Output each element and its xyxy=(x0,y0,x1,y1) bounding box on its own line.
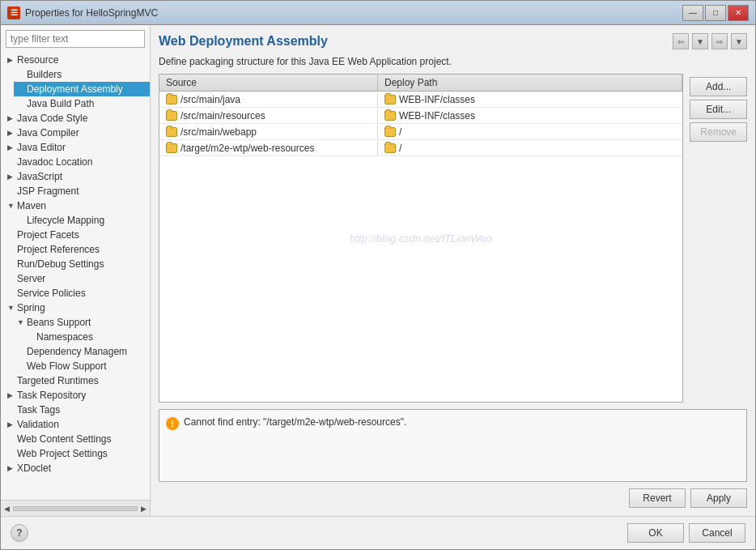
sidebar-item-web-content-settings[interactable]: Web Content Settings xyxy=(4,432,150,446)
sidebar-item-task-tags[interactable]: Task Tags xyxy=(4,403,150,417)
sidebar-item-deployment-assembly[interactable]: Deployment Assembly xyxy=(14,82,150,96)
source-text-3: /target/m2e-wtp/web-resources xyxy=(181,143,314,154)
sidebar-item-label-dependency-management: Dependency Managem xyxy=(27,346,127,357)
sidebar-item-server[interactable]: Server xyxy=(4,271,150,286)
sidebar-item-maven[interactable]: Maven xyxy=(4,198,150,213)
filter-input[interactable] xyxy=(6,30,145,48)
sidebar-item-label-namespaces: Namespaces xyxy=(36,331,93,343)
table-row[interactable]: /src/main/javaWEB-INF/classes xyxy=(159,92,682,108)
scroll-track[interactable] xyxy=(13,506,138,511)
tree-arrow-spring xyxy=(7,304,17,312)
sidebar-item-beans-support[interactable]: Beans Support xyxy=(14,315,150,330)
close-button[interactable]: ✕ xyxy=(728,5,749,21)
nav-back-button[interactable]: ⇦ xyxy=(673,33,689,49)
sidebar-item-web-project-settings[interactable]: Web Project Settings xyxy=(4,446,150,461)
cancel-button[interactable]: Cancel xyxy=(689,523,745,543)
sidebar-scrollbar[interactable]: ◀ ▶ xyxy=(1,500,150,516)
nav-forward-button[interactable]: ⇨ xyxy=(711,33,728,49)
minimize-button[interactable]: — xyxy=(682,5,703,21)
sidebar-item-lifecycle-mapping[interactable]: Lifecycle Mapping xyxy=(14,213,150,228)
sidebar-item-label-run-debug-settings: Run/Debug Settings xyxy=(17,258,104,270)
sidebar: Resource Builders Deployment Assembly Ja… xyxy=(1,25,151,516)
sidebar-item-web-flow-support[interactable]: Web Flow Support xyxy=(14,359,150,373)
sidebar-item-label-resource: Resource xyxy=(17,54,58,66)
sidebar-item-jsp-fragment[interactable]: JSP Fragment xyxy=(4,184,150,198)
revert-button[interactable]: Revert xyxy=(629,488,686,508)
table-body: /src/main/javaWEB-INF/classes/src/main/r… xyxy=(159,92,682,402)
table-row[interactable]: /src/main/resourcesWEB-INF/classes xyxy=(159,108,682,124)
add-button[interactable]: Add... xyxy=(690,77,747,96)
tree-arrow-maven xyxy=(7,202,17,210)
sidebar-item-label-maven: Maven xyxy=(17,200,46,211)
table-cell-source-0: /src/main/java xyxy=(159,92,378,107)
error-message: Cannot find entry: "/target/m2e-wtp/web-… xyxy=(184,416,406,428)
scroll-left-icon[interactable]: ◀ xyxy=(4,505,10,513)
bottom-left: ? xyxy=(11,524,28,542)
edit-button[interactable]: Edit... xyxy=(690,100,747,119)
sidebar-item-label-web-content-settings: Web Content Settings xyxy=(17,433,112,445)
sidebar-item-validation[interactable]: Validation xyxy=(4,417,150,432)
folder-icon xyxy=(384,127,396,137)
sidebar-item-xdoclet[interactable]: XDoclet xyxy=(4,461,150,475)
sidebar-item-javascript[interactable]: JavaScript xyxy=(4,169,150,184)
sidebar-item-project-facets[interactable]: Project Facets xyxy=(4,228,150,242)
sidebar-item-label-deployment-assembly: Deployment Assembly xyxy=(27,83,123,95)
sidebar-item-javadoc-location[interactable]: Javadoc Location xyxy=(4,155,150,169)
sidebar-item-label-xdoclet: XDoclet xyxy=(17,463,51,474)
folder-icon xyxy=(166,95,177,104)
sidebar-item-targeted-runtimes[interactable]: Targeted Runtimes xyxy=(4,373,150,388)
col-deploy-header: Deploy Path xyxy=(378,75,682,91)
sidebar-item-label-web-project-settings: Web Project Settings xyxy=(17,448,108,459)
help-button[interactable]: ? xyxy=(11,524,28,542)
table-row[interactable]: /target/m2e-wtp/web-resources/ xyxy=(159,140,682,156)
sidebar-item-java-code-style[interactable]: Java Code Style xyxy=(4,111,150,126)
deploy-text-0: WEB-INF/classes xyxy=(399,94,475,105)
tree-arrow-validation xyxy=(7,420,17,428)
sidebar-item-java-editor[interactable]: Java Editor xyxy=(4,140,150,155)
warning-icon: ! xyxy=(166,417,179,430)
sidebar-item-builders[interactable]: Builders xyxy=(14,67,150,82)
deploy-text-3: / xyxy=(399,143,401,154)
sidebar-item-resource[interactable]: Resource xyxy=(4,53,150,67)
folder-icon xyxy=(166,111,177,121)
sidebar-item-namespaces[interactable]: Namespaces xyxy=(23,330,150,344)
sidebar-item-dependency-management[interactable]: Dependency Managem xyxy=(14,344,150,359)
sidebar-item-label-builders: Builders xyxy=(27,69,62,80)
sidebar-item-label-javadoc-location: Javadoc Location xyxy=(17,156,92,168)
sidebar-item-label-java-compiler: Java Compiler xyxy=(17,127,79,139)
folder-icon xyxy=(384,95,396,104)
nav-forward-dropdown-button[interactable]: ▼ xyxy=(731,33,747,49)
remove-button[interactable]: Remove xyxy=(690,122,747,142)
right-panel: Web Deployment Assembly ⇦ ▼ ⇨ ▼ Define p… xyxy=(151,25,755,516)
titlebar-controls: — □ ✕ xyxy=(682,5,749,21)
table-cell-deploy-1: WEB-INF/classes xyxy=(378,109,682,123)
nav-dropdown-button[interactable]: ▼ xyxy=(692,33,708,49)
table-cell-source-2: /src/main/webapp xyxy=(159,125,378,139)
source-text-1: /src/main/resources xyxy=(181,110,265,122)
tree-arrow-xdoclet xyxy=(7,464,17,472)
sidebar-item-run-debug-settings[interactable]: Run/Debug Settings xyxy=(4,257,150,271)
sidebar-item-java-build-path[interactable]: Java Build Path xyxy=(14,96,150,111)
scroll-right-icon[interactable]: ▶ xyxy=(141,505,147,513)
apply-button[interactable]: Apply xyxy=(690,488,747,508)
sidebar-item-spring[interactable]: Spring xyxy=(4,301,150,315)
sidebar-item-java-compiler[interactable]: Java Compiler xyxy=(4,126,150,140)
sidebar-item-service-policies[interactable]: Service Policies xyxy=(4,286,150,301)
deploy-text-1: WEB-INF/classes xyxy=(399,110,475,122)
table-row[interactable]: /src/main/webapp/ xyxy=(159,124,682,140)
tree-arrow-java-editor xyxy=(7,143,17,151)
panel-description: Define packaging structure for this Java… xyxy=(159,56,747,67)
maximize-button[interactable]: □ xyxy=(705,5,726,21)
table-header: Source Deploy Path xyxy=(159,75,682,92)
ok-button[interactable]: OK xyxy=(627,523,684,543)
table-row-area: Source Deploy Path /src/main/javaWEB-INF… xyxy=(159,74,747,403)
tree-arrow-javascript xyxy=(7,173,17,181)
sidebar-item-label-server: Server xyxy=(17,273,45,284)
sidebar-item-label-javascript: JavaScript xyxy=(17,171,62,182)
sidebar-item-task-repository[interactable]: Task Repository xyxy=(4,388,150,403)
titlebar-left: ☰ Properties for HelloSpringMVC xyxy=(7,6,158,19)
sidebar-item-label-java-editor: Java Editor xyxy=(17,142,66,153)
table-cell-source-1: /src/main/resources xyxy=(159,109,378,123)
sidebar-item-project-references[interactable]: Project References xyxy=(4,242,150,257)
deploy-text-2: / xyxy=(399,126,401,138)
